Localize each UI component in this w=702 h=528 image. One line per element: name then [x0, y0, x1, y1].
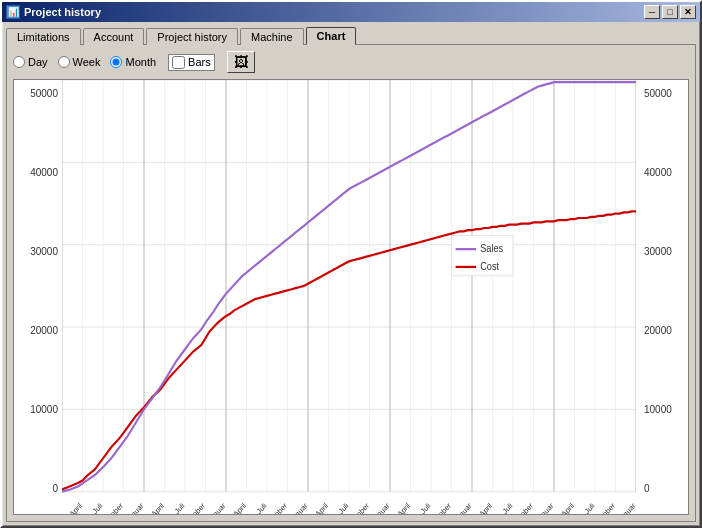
svg-text:April: April — [314, 501, 330, 514]
minimize-button[interactable]: ─ — [644, 5, 660, 19]
chart-svg-container: Januar April Juli Oktober Januar April J… — [62, 80, 636, 514]
svg-text:Oktober: Oktober — [511, 501, 535, 514]
y-left-40000: 40000 — [30, 167, 58, 178]
svg-text:April: April — [560, 501, 576, 514]
svg-text:Oktober: Oktober — [265, 501, 289, 514]
month-radio-label[interactable]: Month — [110, 56, 156, 68]
y-left-0: 0 — [52, 483, 58, 494]
svg-text:Juli: Juli — [91, 501, 105, 514]
svg-text:April: April — [232, 501, 248, 514]
window-title: Project history — [24, 6, 644, 18]
window-icon: 📊 — [6, 5, 20, 19]
svg-text:Januar: Januar — [452, 501, 474, 514]
title-bar: 📊 Project history ─ □ ✕ — [2, 2, 700, 22]
svg-text:Januar: Januar — [62, 501, 64, 514]
y-axis-right: 50000 40000 30000 20000 10000 0 — [636, 80, 688, 514]
window-controls: ─ □ ✕ — [644, 5, 696, 19]
y-right-10000: 10000 — [644, 404, 672, 415]
y-right-30000: 30000 — [644, 246, 672, 257]
svg-text:Juli: Juli — [583, 501, 597, 514]
period-radio-group: Day Week Month — [13, 56, 156, 68]
svg-text:Oktober: Oktober — [101, 501, 125, 514]
day-radio-label[interactable]: Day — [13, 56, 48, 68]
export-button[interactable]: 🖼 — [227, 51, 255, 73]
svg-text:Januar: Januar — [206, 501, 228, 514]
svg-text:Januar: Januar — [616, 501, 636, 514]
svg-text:Juli: Juli — [173, 501, 187, 514]
y-left-30000: 30000 — [30, 246, 58, 257]
y-right-20000: 20000 — [644, 325, 672, 336]
svg-text:April: April — [396, 501, 412, 514]
window-content: Limitations Account Project history Mach… — [2, 22, 700, 526]
svg-text:April: April — [68, 501, 84, 514]
tab-bar: Limitations Account Project history Mach… — [6, 26, 696, 44]
svg-text:Juli: Juli — [501, 501, 515, 514]
chart-toolbar: Day Week Month Bars 🖼 — [13, 51, 689, 73]
svg-text:Oktober: Oktober — [183, 501, 207, 514]
svg-text:April: April — [478, 501, 494, 514]
svg-text:Oktober: Oktober — [593, 501, 617, 514]
svg-text:Oktober: Oktober — [429, 501, 453, 514]
y-right-50000: 50000 — [644, 88, 672, 99]
chart-area: 50000 40000 30000 20000 10000 0 — [13, 79, 689, 515]
month-radio[interactable] — [110, 56, 122, 68]
svg-text:Cost: Cost — [480, 261, 499, 272]
tab-chart[interactable]: Chart — [306, 27, 357, 45]
svg-text:Sales: Sales — [480, 243, 503, 254]
y-right-40000: 40000 — [644, 167, 672, 178]
bars-checkbox-label[interactable]: Bars — [168, 54, 215, 71]
svg-text:Juli: Juli — [337, 501, 351, 514]
svg-text:Januar: Januar — [288, 501, 310, 514]
bars-checkbox[interactable] — [172, 56, 185, 69]
close-button[interactable]: ✕ — [680, 5, 696, 19]
svg-text:Oktober: Oktober — [347, 501, 371, 514]
week-radio-label[interactable]: Week — [58, 56, 101, 68]
svg-text:Januar: Januar — [370, 501, 392, 514]
y-left-50000: 50000 — [30, 88, 58, 99]
y-left-20000: 20000 — [30, 325, 58, 336]
chart-svg: Januar April Juli Oktober Januar April J… — [62, 80, 636, 514]
tab-machine[interactable]: Machine — [240, 28, 304, 45]
day-radio[interactable] — [13, 56, 25, 68]
main-window: 📊 Project history ─ □ ✕ Limitations Acco… — [0, 0, 702, 528]
svg-text:Januar: Januar — [124, 501, 146, 514]
export-icon: 🖼 — [234, 54, 248, 70]
tab-account[interactable]: Account — [83, 28, 145, 45]
svg-text:Juli: Juli — [419, 501, 433, 514]
y-axis-left: 50000 40000 30000 20000 10000 0 — [14, 80, 62, 514]
tab-project-history[interactable]: Project history — [146, 28, 238, 45]
maximize-button[interactable]: □ — [662, 5, 678, 19]
tab-limitations[interactable]: Limitations — [6, 28, 81, 45]
svg-text:Juli: Juli — [255, 501, 269, 514]
svg-text:April: April — [150, 501, 166, 514]
y-right-0: 0 — [644, 483, 650, 494]
svg-text:Januar: Januar — [534, 501, 556, 514]
y-left-10000: 10000 — [30, 404, 58, 415]
week-radio[interactable] — [58, 56, 70, 68]
chart-tab-content: Day Week Month Bars 🖼 — [6, 44, 696, 522]
